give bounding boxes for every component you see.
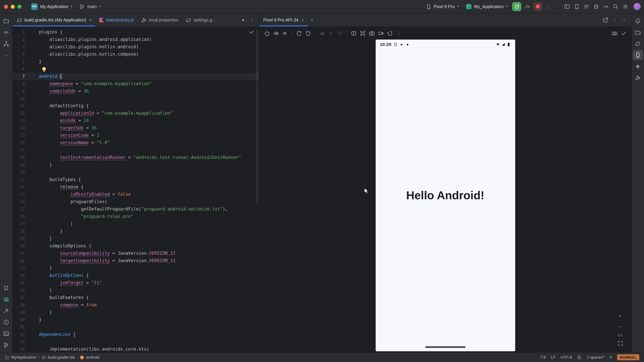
tab-settings-gradle[interactable]: settings.g...: [182, 13, 219, 26]
home-icon[interactable]: ○: [326, 29, 335, 37]
code-line[interactable]: 15 versionCode = 1: [13, 132, 259, 139]
code-line[interactable]: 1plugins {: [13, 28, 259, 36]
tab-local-properties[interactable]: local.properties: [137, 13, 182, 26]
code-line[interactable]: 19 }: [13, 161, 259, 169]
code-line[interactable]: 34 kotlinOptions {: [13, 272, 259, 279]
zoom-reset-button[interactable]: 1:1: [618, 333, 623, 337]
version-control-icon[interactable]: [1, 340, 11, 350]
code-line[interactable]: 12 applicationId = "com.example.myapplic…: [13, 110, 259, 117]
running-devices-icon[interactable]: [633, 50, 643, 60]
profiler-button[interactable]: [523, 2, 532, 11]
code-line[interactable]: 35 jvmTarget = "11": [13, 279, 259, 287]
code-line[interactable]: 43: [13, 338, 259, 346]
code-line[interactable]: 6: [13, 65, 259, 73]
code-line[interactable]: 39 }: [13, 309, 259, 316]
zoom-in-icon[interactable]: +: [616, 311, 624, 320]
device-manager-icon[interactable]: [572, 2, 581, 11]
breadcrumb-file[interactable]: build.gradle.kts: [48, 355, 75, 360]
bookmarks-icon[interactable]: [1, 283, 11, 293]
readonly-lock-icon[interactable]: [577, 355, 582, 360]
code-line[interactable]: 40}: [13, 316, 259, 324]
dependencies-icon[interactable]: [1, 294, 11, 304]
code-line[interactable]: 8 namespace = "com.example.myapplication…: [13, 80, 259, 87]
stop-button[interactable]: [533, 2, 542, 11]
tab-mainactivity-kt[interactable]: MainActivity.kt: [95, 13, 137, 26]
code-line[interactable]: 2 alias(libs.plugins.android.application…: [13, 36, 259, 43]
branch-widget[interactable]: main ▾: [77, 2, 104, 11]
tab-options-icon[interactable]: ⋮: [248, 15, 256, 24]
tab-build-gradle-kts[interactable]: build.gradle.kts (My Application) ×: [13, 13, 95, 26]
code-line[interactable]: 44 implementation(libs.androidx.core.ktx…: [13, 346, 259, 352]
tab-running-device[interactable]: Pixel 9 Pro API 34 ×: [259, 13, 308, 26]
notifications-icon[interactable]: [633, 16, 643, 26]
code-line[interactable]: 31 sourceCompatibility = JavaVersion.VER…: [13, 250, 259, 257]
gradle-icon[interactable]: [633, 38, 643, 49]
inspections-ok-icon[interactable]: [249, 29, 254, 34]
structure-icon[interactable]: [1, 38, 11, 49]
hidden-tabs-icon[interactable]: ▾: [239, 15, 248, 24]
gesture-pill[interactable]: [425, 346, 466, 348]
code-line[interactable]: 28 }: [13, 228, 259, 235]
code-line[interactable]: 18 testInstrumentationRunner = "androidx…: [13, 154, 259, 161]
hide-panel-icon[interactable]: −: [620, 15, 628, 24]
more-actions-icon[interactable]: ⋮: [544, 2, 553, 11]
caret-position[interactable]: 7:9: [540, 355, 546, 360]
commit-icon[interactable]: [1, 27, 11, 37]
code-line[interactable]: 41: [13, 324, 259, 331]
code-line[interactable]: 33 }: [13, 265, 259, 272]
code-line[interactable]: 13 minSdk = 24: [13, 117, 259, 124]
code-line[interactable]: 20: [13, 169, 259, 176]
build-icon[interactable]: [1, 306, 11, 316]
code-line[interactable]: 38 compose = true: [13, 301, 259, 309]
window-layout-icon[interactable]: [562, 2, 571, 11]
breadcrumb-block[interactable]: android: [86, 355, 100, 360]
code-line[interactable]: 17: [13, 146, 259, 154]
project-widget[interactable]: MA My Application ▾: [28, 1, 75, 11]
code-line[interactable]: 37 buildFeatures {: [13, 294, 259, 301]
code-line[interactable]: 3 alias(libs.plugins.kotlin.android): [13, 43, 259, 51]
close-tab-icon[interactable]: ×: [302, 17, 304, 23]
run-config-selector[interactable]: My_Application ▾: [464, 2, 510, 11]
fold-icon[interactable]: [349, 29, 358, 37]
rerun-button[interactable]: [512, 2, 521, 11]
profiler-icon[interactable]: [602, 2, 610, 11]
search-icon[interactable]: [611, 2, 620, 11]
code-line[interactable]: 10: [13, 95, 259, 102]
ideavim-icon[interactable]: V: [610, 355, 612, 360]
indent-info[interactable]: 2 spaces*: [587, 355, 604, 360]
rotate-left-icon[interactable]: [294, 29, 303, 37]
overview-icon[interactable]: □: [336, 29, 344, 37]
device-explorer-icon[interactable]: [633, 27, 643, 37]
breadcrumb-project[interactable]: MyApplication: [11, 355, 36, 360]
volume-down-icon[interactable]: [281, 29, 290, 37]
vim-mode-badge[interactable]: NORMAL: [617, 354, 639, 360]
back-icon[interactable]: ◁: [317, 29, 326, 37]
gemini-icon[interactable]: [633, 61, 643, 71]
emulator-screen[interactable]: 10:20 Hello Android!: [376, 39, 515, 351]
code-line[interactable]: 29 }: [13, 235, 259, 242]
code-line[interactable]: 11 defaultConfig {: [13, 102, 259, 110]
terminal-icon[interactable]: [1, 329, 11, 339]
code-line[interactable]: 42dependencies {: [13, 331, 259, 338]
minimize-window-button[interactable]: [11, 4, 15, 8]
line-separator[interactable]: LF: [551, 355, 556, 360]
code-line[interactable]: 14 targetSdk = 36: [13, 124, 259, 132]
hardware-input-icon[interactable]: [610, 29, 619, 37]
code-line[interactable]: 24 proguardFiles(: [13, 198, 259, 205]
project-folder-icon[interactable]: [1, 16, 11, 26]
code-editor[interactable]: 1plugins {2 alias(libs.plugins.android.a…: [13, 27, 259, 352]
user-avatar[interactable]: [634, 3, 641, 10]
panel-options-icon[interactable]: ⋮: [610, 15, 619, 24]
rotate-right-icon[interactable]: [304, 29, 312, 37]
record-icon[interactable]: [376, 29, 385, 37]
code-line[interactable]: 4 alias(libs.plugins.kotlin.compose): [13, 51, 259, 58]
code-line[interactable]: 9 compileSdk = 36: [13, 87, 259, 95]
volume-up-icon[interactable]: [272, 29, 280, 37]
add-device-tab-icon[interactable]: +: [308, 15, 316, 24]
file-encoding[interactable]: UTF-8: [560, 355, 572, 360]
code-line[interactable]: 7android {: [13, 73, 259, 80]
more-kebab-icon[interactable]: ⋮: [394, 29, 403, 37]
bug-report-icon[interactable]: [592, 2, 600, 11]
problems-icon[interactable]: [1, 317, 11, 327]
device-selector[interactable]: Pixel 9 Pro ▾: [423, 2, 462, 11]
